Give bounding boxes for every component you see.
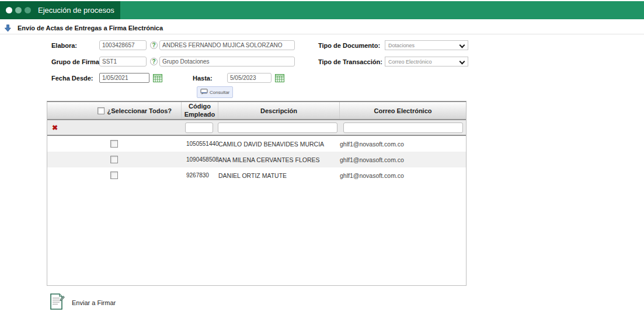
row-checkbox[interactable] bbox=[110, 172, 118, 179]
elabora-name-input[interactable] bbox=[159, 40, 295, 50]
elabora-code-input[interactable] bbox=[99, 40, 147, 50]
grid-header-codigo: Código Empleado bbox=[181, 102, 218, 119]
enviar-a-firmar-button[interactable]: Enviar a Firmar bbox=[50, 293, 116, 313]
consultar-button-label: Consultar bbox=[210, 90, 229, 95]
document-pencil-icon bbox=[50, 293, 65, 313]
chevron-down-icon bbox=[460, 60, 464, 64]
clear-filter-icon[interactable]: ✖ bbox=[52, 124, 58, 132]
filter-correo-input[interactable] bbox=[343, 123, 463, 133]
grid-filter-row: ✖ bbox=[47, 120, 466, 136]
process-tab[interactable]: Ejecución de procesos bbox=[0, 1, 120, 19]
cell-descripcion: CAMILO DAVID BENAVIDES MURCIA bbox=[218, 141, 340, 148]
calendar-icon[interactable] bbox=[153, 74, 162, 82]
comment-icon bbox=[200, 89, 208, 96]
window-dot-icon bbox=[15, 7, 22, 13]
table-row[interactable]: 1050551440 CAMILO DAVID BENAVIDES MURCIA… bbox=[47, 136, 466, 152]
app-window: Ejecución de procesos Envío de Actas de … bbox=[0, 0, 644, 315]
cell-descripcion: ANA MILENA CERVANTES FLORES bbox=[218, 156, 340, 163]
cell-codigo: 1050551440 bbox=[181, 141, 218, 147]
tipo-documento-select[interactable]: Dotaciones bbox=[385, 40, 468, 50]
table-row[interactable]: 1090458508 ANA MILENA CERVANTES FLORES g… bbox=[47, 152, 466, 167]
grupo-firmantes-code-input[interactable] bbox=[99, 57, 147, 66]
cell-correo: ghlf1@novasoft.com.co bbox=[340, 172, 466, 179]
grupo-firmantes-name-input[interactable] bbox=[159, 57, 295, 66]
chevron-down-icon bbox=[460, 43, 464, 47]
grid-header-select: ¿Seleccionar Todos? bbox=[47, 102, 181, 119]
tipo-transaccion-select[interactable]: Correo Electrónico bbox=[385, 57, 468, 66]
window-dot-icon bbox=[6, 7, 12, 13]
grid-header-row: ¿Seleccionar Todos? Código Empleado Desc… bbox=[47, 102, 466, 120]
grid-header-correo: Correo Electrónico bbox=[339, 102, 466, 119]
consultar-button[interactable]: Consultar bbox=[197, 86, 233, 98]
row-checkbox[interactable] bbox=[110, 140, 118, 148]
enviar-a-firmar-label: Enviar a Firmar bbox=[72, 299, 116, 306]
fecha-desde-input[interactable] bbox=[99, 73, 149, 83]
window-dot-icon bbox=[25, 7, 31, 13]
table-row[interactable]: 9267830 DANIEL ORTIZ MATUTE ghlf1@novaso… bbox=[47, 167, 466, 183]
tipo-documento-label: Tipo de Documento: bbox=[318, 42, 380, 49]
cell-correo: ghlf1@novasoft.com.co bbox=[340, 141, 466, 148]
cell-descripcion: DANIEL ORTIZ MATUTE bbox=[218, 172, 340, 179]
page-title: Envío de Actas de Entregas a Firma Elect… bbox=[18, 24, 163, 32]
select-all-checkbox[interactable] bbox=[98, 107, 105, 114]
employees-grid: ¿Seleccionar Todos? Código Empleado Desc… bbox=[47, 101, 467, 286]
page-header: Envío de Actas de Entregas a Firma Elect… bbox=[0, 22, 644, 34]
top-green-bar: Ejecución de procesos bbox=[0, 1, 644, 19]
cell-codigo: 9267830 bbox=[181, 172, 218, 178]
lookup-icon[interactable]: ? bbox=[150, 41, 158, 49]
cell-codigo: 1090458508 bbox=[181, 156, 218, 163]
fecha-desde-label: Fecha Desde: bbox=[51, 75, 93, 82]
filter-descripcion-input[interactable] bbox=[218, 123, 337, 133]
blue-down-arrow-icon[interactable] bbox=[5, 24, 11, 34]
elabora-label: Elabora: bbox=[51, 42, 77, 49]
tipo-transaccion-label: Tipo de Transacción: bbox=[318, 58, 382, 65]
window-title: Ejecución de procesos bbox=[38, 6, 114, 15]
tipo-documento-value: Dotaciones bbox=[388, 43, 415, 48]
lookup-icon[interactable]: ? bbox=[150, 58, 158, 65]
select-all-label: ¿Seleccionar Todos? bbox=[107, 107, 172, 114]
row-checkbox[interactable] bbox=[110, 156, 118, 163]
tipo-transaccion-value: Correo Electrónico bbox=[388, 59, 432, 65]
cell-correo: ghlf1@novasoft.com.co bbox=[340, 156, 466, 163]
calendar-icon[interactable] bbox=[275, 74, 284, 82]
hasta-label: Hasta: bbox=[193, 75, 213, 82]
grid-header-descripcion: Descripción bbox=[218, 102, 339, 119]
filter-codigo-input[interactable] bbox=[185, 123, 213, 133]
hasta-input[interactable] bbox=[227, 73, 271, 83]
